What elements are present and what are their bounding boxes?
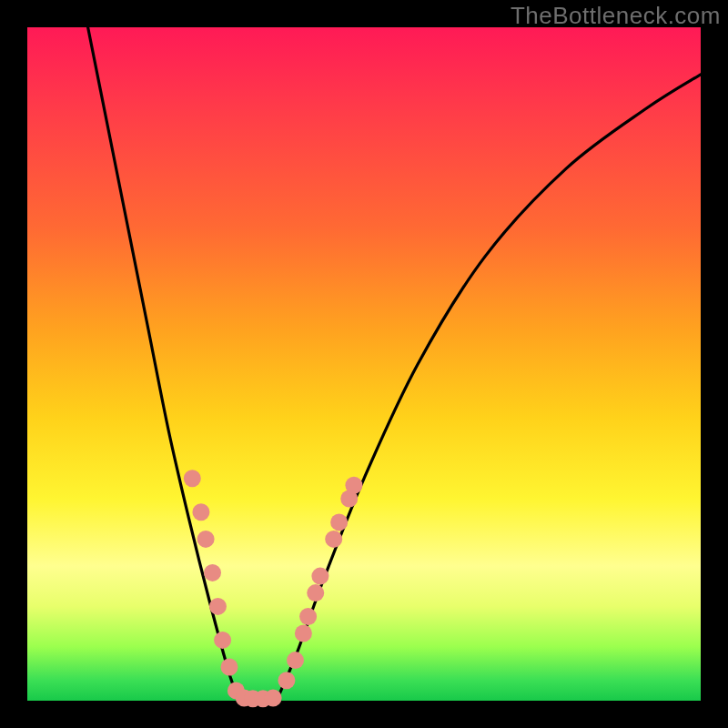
data-marker <box>307 584 324 602</box>
data-marker <box>184 470 201 487</box>
plot-area <box>27 27 701 701</box>
data-marker <box>214 632 231 649</box>
data-marker <box>287 652 304 669</box>
data-marker <box>345 477 362 494</box>
data-marker <box>330 513 348 531</box>
data-marker <box>192 503 209 521</box>
data-marker <box>278 672 295 689</box>
bottleneck-curve <box>88 27 701 704</box>
data-marker <box>295 625 312 642</box>
data-marker <box>204 564 221 581</box>
data-marker <box>221 659 238 676</box>
chart-svg <box>27 27 701 701</box>
data-marker <box>299 608 317 625</box>
chart-frame: TheBottleneck.com <box>0 0 728 728</box>
data-marker <box>265 690 282 707</box>
data-marker <box>197 531 215 548</box>
marker-group <box>184 470 363 707</box>
watermark-text: TheBottleneck.com <box>511 2 721 30</box>
data-marker <box>325 531 342 548</box>
data-marker <box>311 568 329 585</box>
curve-path <box>88 27 701 704</box>
data-marker <box>209 598 227 615</box>
